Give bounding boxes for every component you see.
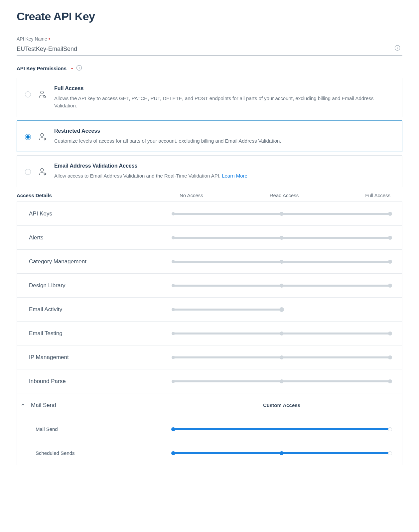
svg-point-4 — [41, 91, 44, 94]
access-row: Email Activity — [17, 298, 402, 322]
svg-text:i: i — [79, 66, 80, 70]
access-slider[interactable] — [173, 283, 390, 288]
svg-point-7 — [41, 169, 44, 172]
access-row-label: Alerts — [17, 234, 173, 241]
info-icon[interactable]: i — [76, 65, 82, 72]
access-slider[interactable] — [173, 451, 390, 456]
access-subrow: Scheduled Sends — [17, 441, 402, 465]
option-description: Allows the API key to access GET, PATCH,… — [54, 95, 394, 109]
user-gear-icon — [38, 133, 47, 141]
access-row-parent[interactable]: Mail Send Custom Access — [17, 393, 402, 417]
col-no-access: No Access — [180, 193, 203, 198]
access-slider[interactable] — [173, 211, 390, 216]
option-description: Allow access to Email Address Validation… — [54, 172, 247, 180]
option-title: Full Access — [54, 85, 394, 91]
access-row: Category Management — [17, 250, 402, 274]
access-slider[interactable] — [173, 235, 390, 240]
access-row-label: API Keys — [17, 210, 173, 217]
radio-button[interactable] — [25, 91, 31, 97]
svg-text:i: i — [397, 46, 398, 50]
custom-access-label: Custom Access — [173, 402, 390, 408]
access-row: API Keys — [17, 202, 402, 226]
access-row-label: Mail Send — [17, 426, 173, 432]
access-row-label: Email Activity — [17, 306, 173, 313]
access-slider[interactable] — [173, 427, 390, 432]
permission-option-full[interactable]: Full Access Allows the API key to access… — [17, 78, 402, 117]
access-row: Email Testing — [17, 322, 402, 345]
api-key-name-label: API Key Name• — [17, 36, 402, 42]
access-row-label: Inbound Parse — [17, 378, 173, 385]
access-row: Design Library — [17, 274, 402, 298]
permissions-label: API Key Permissions• i — [17, 65, 402, 72]
col-full-access: Full Access — [365, 193, 390, 198]
permission-option-validation[interactable]: Email Address Validation Access Allow ac… — [17, 155, 402, 187]
access-slider[interactable] — [173, 307, 390, 312]
access-row: Inbound Parse — [17, 369, 402, 393]
learn-more-link[interactable]: Learn More — [222, 173, 247, 179]
access-row: IP Management — [17, 345, 402, 369]
access-slider[interactable] — [173, 379, 390, 384]
user-gear-icon — [38, 168, 47, 176]
access-row: Alerts — [17, 226, 402, 250]
permission-option-restricted[interactable]: Restricted Access Customize levels of ac… — [17, 120, 402, 152]
access-slider[interactable] — [173, 355, 390, 360]
access-subrow: Mail Send — [17, 417, 402, 441]
user-star-icon — [38, 90, 47, 99]
access-row-label: Scheduled Sends — [17, 450, 173, 456]
access-row-label: Mail Send — [29, 402, 173, 409]
access-row-label: IP Management — [17, 354, 173, 361]
svg-point-8 — [44, 173, 46, 175]
svg-point-6 — [44, 138, 46, 140]
radio-button[interactable] — [25, 134, 31, 140]
chevron-up-icon[interactable] — [21, 402, 25, 408]
option-title: Email Address Validation Access — [54, 163, 247, 169]
option-description: Customize levels of access for all parts… — [54, 137, 281, 145]
option-title: Restricted Access — [54, 128, 281, 134]
access-slider[interactable] — [173, 259, 390, 264]
access-row-label: Category Management — [17, 258, 173, 265]
api-key-name-input[interactable] — [17, 44, 402, 56]
access-row-label: Email Testing — [17, 330, 173, 337]
col-read-access: Read Access — [270, 193, 299, 198]
svg-point-5 — [41, 133, 44, 136]
access-row-label: Design Library — [17, 282, 173, 289]
page-title: Create API Key — [17, 10, 402, 23]
access-details-header: Access Details — [17, 193, 173, 198]
radio-button[interactable] — [25, 169, 31, 175]
info-icon[interactable]: i — [394, 45, 401, 52]
access-slider[interactable] — [173, 331, 390, 336]
